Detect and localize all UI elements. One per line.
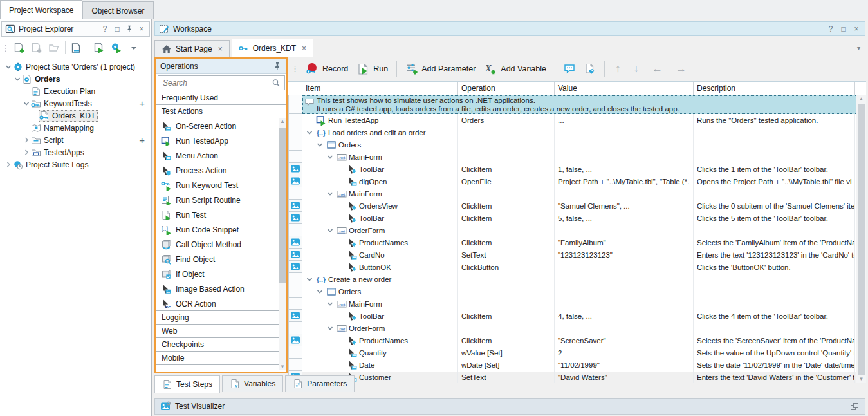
workspace-close-button[interactable]: × bbox=[852, 24, 861, 33]
tree-item-namemapping[interactable]: NameMapping bbox=[0, 122, 151, 134]
test-step-row[interactable]: .netMainForm bbox=[288, 151, 866, 163]
column-header-value[interactable]: Value bbox=[555, 82, 694, 95]
test-step-row[interactable]: DatewDate [Set]"11/02/1999"Sets the date… bbox=[288, 359, 866, 371]
step-item-cell[interactable]: {..}Create a new order bbox=[302, 273, 458, 285]
operation-call-object-method[interactable]: Call Object Method bbox=[156, 237, 277, 252]
tree-expander[interactable] bbox=[4, 63, 13, 70]
tree-expander[interactable] bbox=[326, 227, 335, 234]
test-step-row[interactable]: Orders bbox=[288, 138, 866, 151]
step-item-cell[interactable]: Date bbox=[302, 359, 458, 371]
step-item-cell[interactable]: ProductNames bbox=[302, 236, 458, 249]
window-tab-object-browser[interactable]: Object Browser bbox=[82, 1, 153, 19]
table-scrollbar[interactable]: ▲ ▼ bbox=[856, 95, 866, 383]
operation-ocr-action[interactable]: OCROCR Action bbox=[156, 296, 277, 311]
test-step-row[interactable]: ToolBarClickItem1, false, ...Clicks the … bbox=[288, 163, 866, 175]
add-new-project-button[interactable] bbox=[12, 40, 27, 55]
pin-icon[interactable] bbox=[272, 61, 282, 71]
step-item-cell[interactable]: .netMainForm bbox=[302, 187, 458, 200]
operation-run-keyword-test[interactable]: Run Keyword Test bbox=[156, 178, 277, 193]
operation-if-object[interactable]: If Object bbox=[156, 267, 277, 281]
operations-category-test-actions[interactable]: Test Actions bbox=[156, 104, 286, 118]
tree-expander[interactable] bbox=[326, 300, 335, 307]
run-options-dropdown-button[interactable] bbox=[126, 40, 142, 55]
workspace-maximize-button[interactable]: □ bbox=[839, 24, 848, 33]
search-input[interactable] bbox=[162, 78, 271, 88]
tree-item-keywordtests[interactable]: KeywordTests+ bbox=[0, 97, 151, 109]
visualizer-cell[interactable] bbox=[288, 309, 302, 322]
operations-category-mobile[interactable]: Mobile bbox=[156, 351, 286, 365]
tree-item-orders-kdt[interactable]: Orders_KDT bbox=[0, 109, 151, 122]
step-item-cell[interactable]: .netMainForm bbox=[302, 298, 458, 310]
tab-overflow-arrow[interactable]: ▾ bbox=[857, 44, 860, 52]
test-step-row[interactable]: ToolBarClickItem4, false, ...Clicks the … bbox=[288, 310, 866, 322]
tree-expander[interactable] bbox=[22, 100, 31, 107]
operations-category-frequently-used[interactable]: Frequently Used bbox=[156, 91, 286, 105]
move-right-button[interactable]: → bbox=[671, 62, 691, 75]
scroll-thumb[interactable] bbox=[858, 104, 865, 375]
move-up-button[interactable]: ↑ bbox=[611, 62, 625, 75]
doc-tab-orders-kdt[interactable]: Orders_KDT× bbox=[232, 39, 313, 57]
step-item-cell[interactable]: Run TestedApp bbox=[302, 114, 458, 126]
test-step-row[interactable]: CardNoSetText"123123123123"Enters the te… bbox=[288, 249, 866, 261]
close-tab-button[interactable]: × bbox=[218, 44, 223, 53]
tree-item-orders[interactable]: Orders bbox=[0, 73, 151, 85]
operation-image-based-action[interactable]: Image Based Action bbox=[156, 281, 277, 296]
close-tab-button[interactable]: × bbox=[302, 44, 306, 53]
step-item-cell[interactable]: ToolBar bbox=[302, 163, 458, 175]
test-step-row[interactable]: Orders bbox=[288, 285, 866, 298]
execution-plan-button[interactable] bbox=[69, 40, 84, 55]
window-tab-project-workspace[interactable]: Project Workspace bbox=[0, 0, 82, 19]
operation-run-code-snippet[interactable]: {..}Run Code Snippet bbox=[156, 222, 277, 237]
visualizer-cell[interactable] bbox=[288, 248, 302, 261]
add-new-item-button[interactable] bbox=[29, 40, 44, 55]
test-visualizer-bar[interactable]: Test Visualizer bbox=[154, 398, 865, 415]
move-down-button[interactable]: ↓ bbox=[629, 62, 643, 75]
column-header-item[interactable]: Item bbox=[302, 82, 458, 95]
comment-text[interactable]: This test shows how to simulate user act… bbox=[302, 95, 866, 114]
record-button[interactable]: Record bbox=[303, 61, 351, 77]
visualizer-cell[interactable] bbox=[288, 236, 302, 249]
test-step-row[interactable]: dlgOpenOpenFileProject.Path + "..\MyTabl… bbox=[288, 175, 866, 187]
test-step-row[interactable]: .netOrderForm bbox=[288, 322, 866, 334]
step-item-cell[interactable]: dlgOpen bbox=[302, 175, 458, 187]
operation-process-action[interactable]: Process Action bbox=[156, 163, 277, 178]
column-header-operation[interactable]: Operation bbox=[458, 82, 555, 95]
tree-expander[interactable] bbox=[305, 276, 314, 283]
scroll-up-arrow[interactable]: ▲ bbox=[859, 95, 864, 103]
toolbar-grip[interactable]: ⋮ bbox=[291, 64, 298, 73]
open-file-button[interactable] bbox=[46, 40, 62, 55]
operations-category-logging[interactable]: Logging bbox=[156, 310, 286, 325]
tree-expander[interactable] bbox=[22, 149, 31, 156]
tree-item-project-suite-logs[interactable]: Project Suite Logs bbox=[0, 158, 151, 171]
test-step-row[interactable]: ButtonOKClickButtonClicks the 'ButtonOK'… bbox=[288, 261, 866, 273]
test-step-row[interactable]: ProductNamesClickItem"FamilyAlbum"Select… bbox=[288, 236, 866, 249]
tree-expander[interactable] bbox=[13, 75, 22, 82]
scroll-down-arrow[interactable]: ▼ bbox=[859, 375, 864, 383]
operation-on-screen-action[interactable]: On-Screen Action bbox=[156, 118, 277, 133]
tree-item-execution-plan[interactable]: Execution Plan bbox=[0, 85, 151, 97]
operation-find-object[interactable]: Find Object bbox=[156, 252, 277, 267]
operations-category-checkpoints[interactable]: Checkpoints bbox=[156, 337, 286, 352]
step-item-cell[interactable]: Orders bbox=[302, 138, 458, 151]
visualizer-cell[interactable] bbox=[288, 162, 302, 175]
tree-expander[interactable] bbox=[326, 325, 335, 332]
bottom-tab-variables[interactable]: xVariables bbox=[222, 375, 283, 392]
bottom-tab-test-steps[interactable]: Test Steps bbox=[154, 375, 220, 393]
tree-expander[interactable] bbox=[4, 161, 13, 168]
add-comment-button[interactable] bbox=[561, 61, 578, 77]
tree-expander[interactable] bbox=[22, 137, 31, 144]
visualizer-cell[interactable] bbox=[288, 211, 302, 224]
move-left-button[interactable]: ← bbox=[647, 62, 667, 75]
visualizer-cell[interactable] bbox=[288, 199, 302, 212]
toolbar-grip[interactable]: ⋮ bbox=[1, 43, 8, 53]
operations-scrollbar[interactable]: ▲ ▼ bbox=[279, 118, 286, 370]
test-step-row[interactable]: ProductNamesClickItem"ScreenSaver"Select… bbox=[288, 334, 866, 346]
test-step-row[interactable]: {..}Create a new order bbox=[288, 273, 866, 285]
pin-icon[interactable] bbox=[125, 24, 134, 34]
tree-item-script[interactable]: Script+ bbox=[0, 134, 151, 146]
step-item-cell[interactable]: Quantity bbox=[302, 346, 458, 359]
test-step-row[interactable]: QuantitywValue [Set]2Sets the value of t… bbox=[288, 346, 866, 359]
operation-menu-action[interactable]: Menu Action bbox=[156, 148, 277, 163]
scroll-up-arrow[interactable]: ▲ bbox=[280, 118, 285, 125]
test-step-row[interactable]: .netMainForm bbox=[288, 298, 866, 310]
